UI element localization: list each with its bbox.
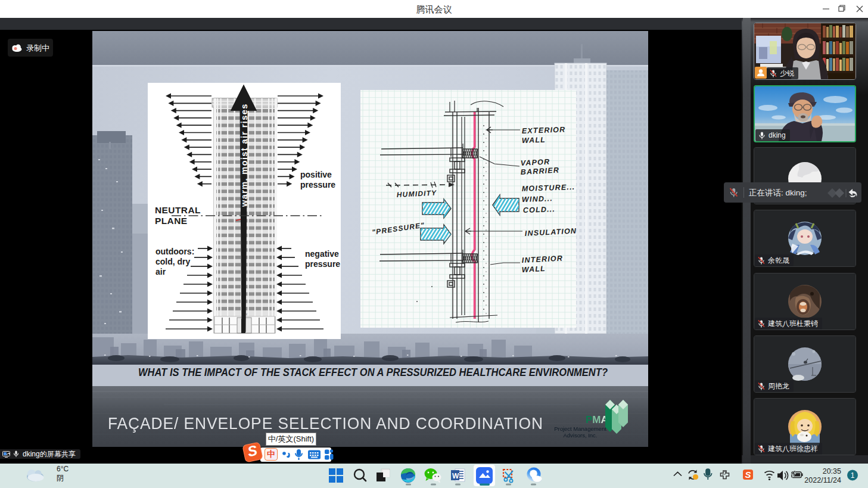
svg-text:positive: positive bbox=[300, 170, 332, 179]
svg-text:negative: negative bbox=[305, 249, 339, 259]
svg-text:warm, moist air rises: warm, moist air rises bbox=[239, 103, 249, 207]
svg-text:PLANE: PLANE bbox=[155, 216, 188, 226]
svg-text:NEUTRAL: NEUTRAL bbox=[155, 205, 201, 215]
svg-text:VAPOR: VAPOR bbox=[520, 157, 550, 167]
svg-text:20:35: 20:35 bbox=[823, 467, 841, 475]
svg-text:COLD...: COLD... bbox=[523, 205, 556, 215]
svg-text:Project Management: Project Management bbox=[554, 425, 606, 432]
svg-text:EXTERIOR: EXTERIOR bbox=[522, 125, 566, 135]
svg-text:cold, dry: cold, dry bbox=[155, 257, 191, 266]
svg-text:outdoors:: outdoors: bbox=[155, 247, 194, 256]
svg-text:WHAT IS THE IMPACT OF THE STAC: WHAT IS THE IMPACT OF THE STACK EFFECT O… bbox=[138, 366, 608, 378]
svg-text:阴: 阴 bbox=[57, 474, 64, 482]
svg-text:2022/11/24: 2022/11/24 bbox=[804, 476, 841, 484]
svg-text:air: air bbox=[155, 267, 166, 276]
svg-text:Advisors, Inc.: Advisors, Inc. bbox=[563, 432, 597, 439]
svg-text:1: 1 bbox=[851, 471, 855, 480]
svg-text:6°C: 6°C bbox=[57, 465, 69, 473]
svg-text:S: S bbox=[745, 470, 751, 480]
svg-text:pressure: pressure bbox=[305, 259, 340, 269]
svg-text:WIND...: WIND... bbox=[522, 194, 553, 204]
svg-text:WALL: WALL bbox=[521, 265, 546, 274]
svg-text:FAÇADE/ ENVELOPE SELECTION AND: FAÇADE/ ENVELOPE SELECTION AND COORDINAT… bbox=[108, 414, 543, 433]
svg-text:pressure: pressure bbox=[300, 180, 335, 189]
svg-text:WALL: WALL bbox=[522, 136, 546, 145]
svg-text:W: W bbox=[452, 472, 459, 480]
svg-text:PMA: PMA bbox=[586, 414, 608, 425]
